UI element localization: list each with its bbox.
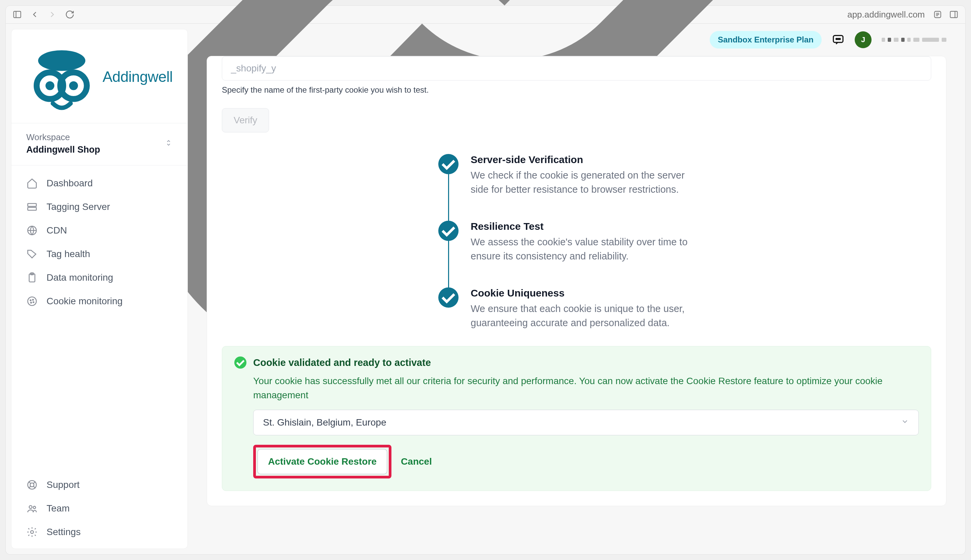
sidebar-item-support[interactable]: Support bbox=[12, 473, 187, 497]
sidebar-item-dashboard[interactable]: Dashboard bbox=[12, 172, 187, 195]
svg-point-23 bbox=[33, 507, 36, 509]
sidebar-toggle-icon[interactable] bbox=[12, 10, 22, 19]
cookie-name-input[interactable]: _shopify_y bbox=[222, 56, 931, 80]
svg-point-27 bbox=[837, 38, 839, 39]
reload-icon[interactable] bbox=[65, 10, 75, 19]
topbar: Sandbox Enterprise Plan J bbox=[188, 23, 965, 56]
step-title: Resilience Test bbox=[471, 221, 700, 232]
tutorial-highlight: Activate Cookie Restore bbox=[253, 445, 391, 478]
sidebar-item-cdn[interactable]: CDN bbox=[12, 219, 187, 242]
nav-label: Cookie monitoring bbox=[47, 296, 123, 307]
nav-label: Tag health bbox=[47, 249, 90, 260]
svg-point-24 bbox=[31, 531, 34, 534]
addingwell-logo-icon bbox=[26, 42, 97, 112]
chevron-down-icon bbox=[901, 417, 909, 428]
chevron-up-down-icon bbox=[165, 138, 173, 149]
step-server-side: Server-side Verification We check if the… bbox=[438, 154, 715, 221]
forward-icon bbox=[48, 10, 57, 19]
svg-point-19 bbox=[33, 302, 34, 303]
workspace-label: Workspace bbox=[26, 132, 100, 143]
nav-label: Data monitoring bbox=[47, 272, 113, 283]
check-icon bbox=[438, 287, 458, 308]
nav-label: Settings bbox=[47, 527, 80, 537]
tag-icon bbox=[26, 248, 38, 260]
lifebuoy-icon bbox=[26, 479, 38, 491]
success-panel: Cookie validated and ready to activate Y… bbox=[222, 346, 931, 491]
success-body: Your cookie has successfully met all our… bbox=[253, 374, 919, 402]
brand-logo[interactable]: Addingwell bbox=[12, 29, 187, 123]
svg-point-16 bbox=[30, 300, 31, 301]
workspace-name: Addingwell Shop bbox=[26, 145, 100, 155]
nav-label: Team bbox=[47, 503, 69, 514]
step-resilience: Resilience Test We assess the cookie's v… bbox=[438, 221, 715, 287]
sidebar-item-tagging-server[interactable]: Tagging Server bbox=[12, 195, 187, 219]
svg-rect-3 bbox=[951, 12, 958, 18]
sidebar-item-data-monitoring[interactable]: Data monitoring bbox=[12, 266, 187, 290]
chat-icon[interactable] bbox=[832, 33, 844, 46]
svg-point-9 bbox=[69, 81, 78, 90]
step-uniqueness: Cookie Uniqueness We ensure that each co… bbox=[438, 287, 715, 330]
tabs-icon[interactable] bbox=[949, 10, 959, 19]
verification-steps: Server-side Verification We check if the… bbox=[438, 154, 715, 330]
svg-point-28 bbox=[839, 38, 840, 39]
sidebar-item-cookie-monitoring[interactable]: Cookie monitoring bbox=[12, 290, 187, 313]
sidebar-item-team[interactable]: Team bbox=[12, 497, 187, 520]
plan-badge[interactable]: Sandbox Enterprise Plan bbox=[710, 31, 822, 48]
cookie-icon bbox=[26, 295, 38, 307]
svg-point-21 bbox=[30, 483, 34, 487]
nav-main: Dashboard Tagging Server CDN Tag health … bbox=[12, 165, 187, 473]
region-select[interactable]: St. Ghislain, Belgium, Europe bbox=[253, 410, 919, 435]
helper-text: Specify the name of the first-party cook… bbox=[222, 85, 931, 95]
svg-rect-0 bbox=[14, 12, 21, 18]
clipboard-icon bbox=[26, 272, 38, 283]
avatar[interactable]: J bbox=[855, 31, 872, 48]
svg-rect-10 bbox=[28, 203, 37, 207]
nav-label: CDN bbox=[47, 225, 67, 236]
back-icon[interactable] bbox=[30, 10, 39, 19]
sidebar: Addingwell Workspace Addingwell Shop Das… bbox=[11, 29, 188, 549]
nav-label: Tagging Server bbox=[47, 202, 110, 212]
svg-point-15 bbox=[28, 297, 37, 306]
reader-icon[interactable] bbox=[933, 10, 943, 19]
step-desc: We assess the cookie's value stability o… bbox=[471, 235, 700, 263]
nav-bottom: Support Team Settings bbox=[12, 473, 187, 548]
main-area: Sandbox Enterprise Plan J _shopify_y bbox=[188, 23, 965, 554]
user-name-redacted bbox=[882, 38, 946, 42]
url-text: app.addingwell.com bbox=[847, 10, 925, 20]
globe-icon bbox=[26, 225, 38, 236]
cookie-card: _shopify_y Specify the name of the first… bbox=[207, 56, 946, 506]
sidebar-item-tag-health[interactable]: Tag health bbox=[12, 242, 187, 266]
browser-toolbar: app.addingwell.com bbox=[5, 5, 966, 23]
step-desc: We check if the cookie is generated on t… bbox=[471, 168, 700, 197]
step-title: Server-side Verification bbox=[471, 154, 700, 165]
server-icon bbox=[26, 201, 38, 213]
step-title: Cookie Uniqueness bbox=[471, 287, 700, 299]
svg-point-18 bbox=[31, 302, 32, 303]
gear-icon bbox=[26, 526, 38, 538]
nav-label: Dashboard bbox=[47, 178, 93, 189]
check-icon bbox=[438, 221, 458, 241]
svg-point-26 bbox=[836, 38, 837, 39]
verify-button[interactable]: Verify bbox=[222, 108, 269, 132]
step-desc: We ensure that each cookie is unique to … bbox=[471, 302, 700, 330]
home-icon bbox=[26, 178, 38, 189]
success-check-icon bbox=[234, 357, 246, 368]
region-value: St. Ghislain, Belgium, Europe bbox=[263, 417, 386, 428]
svg-point-5 bbox=[38, 50, 85, 71]
content-scroll[interactable]: _shopify_y Specify the name of the first… bbox=[188, 56, 965, 554]
svg-point-17 bbox=[32, 300, 33, 300]
activate-button[interactable]: Activate Cookie Restore bbox=[257, 449, 388, 474]
cancel-button[interactable]: Cancel bbox=[401, 456, 432, 467]
svg-point-22 bbox=[29, 506, 32, 509]
svg-rect-11 bbox=[28, 208, 37, 211]
success-title: Cookie validated and ready to activate bbox=[253, 357, 431, 368]
sidebar-item-settings[interactable]: Settings bbox=[12, 520, 187, 544]
team-icon bbox=[26, 503, 38, 514]
check-icon bbox=[438, 154, 458, 174]
workspace-switcher[interactable]: Workspace Addingwell Shop bbox=[12, 123, 187, 165]
brand-name: Addingwell bbox=[102, 68, 173, 85]
svg-point-8 bbox=[45, 81, 54, 90]
nav-label: Support bbox=[47, 480, 80, 490]
cookie-name-placeholder: _shopify_y bbox=[231, 63, 276, 74]
